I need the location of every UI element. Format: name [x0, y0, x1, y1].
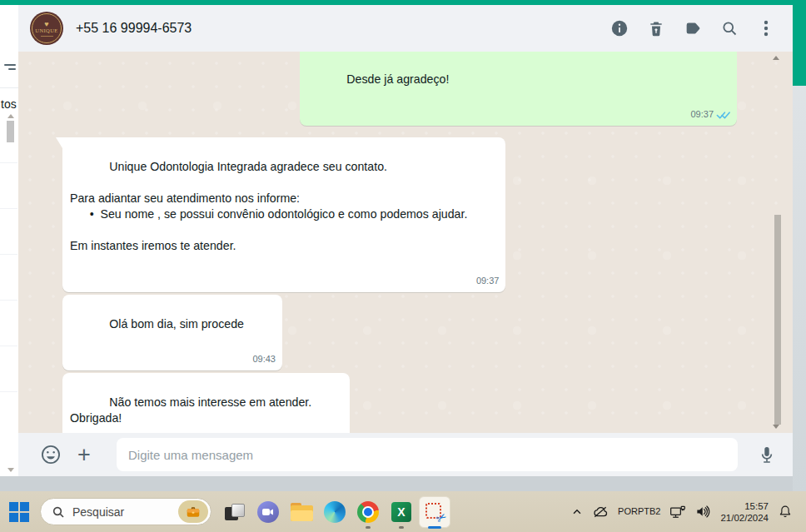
language-indicator[interactable]: POR PTB2 — [618, 506, 660, 517]
outgoing-message[interactable]: Desde já agradeço! 09:37 — [300, 52, 737, 126]
divider — [0, 391, 17, 392]
contact-list-partial-text: tos — [1, 97, 17, 111]
kebab-menu-icon[interactable] — [756, 18, 776, 38]
chat-scrollbar-thumb[interactable] — [774, 215, 781, 425]
top-green-bar — [0, 0, 806, 5]
message-row: Não temos mais interesse em atender. Obr… — [62, 373, 737, 433]
message-text: Olá bom dia, sim procede — [109, 317, 244, 331]
contact-phone-title[interactable]: +55 16 99994-6573 — [76, 21, 609, 36]
background-green-strip — [793, 0, 806, 86]
notification-bell-icon[interactable] — [778, 504, 793, 520]
system-tray: POR PTB2 15:57 21/02/2024 — [571, 500, 798, 524]
message-time: 09:37 — [476, 273, 500, 289]
excel-icon[interactable]: X — [385, 494, 418, 530]
message-text: Unique Odontologia Integrada agradece se… — [70, 160, 467, 252]
message-row: Desde já agradeço! 09:37 — [62, 52, 737, 126]
divider — [0, 208, 17, 209]
taskbar-apps: X ✂ — [218, 494, 451, 530]
incoming-message[interactable]: Unique Odontologia Integrada agradece se… — [62, 137, 505, 292]
tray-chevron-up-icon[interactable] — [571, 506, 583, 518]
windows-start-icon[interactable] — [8, 501, 30, 523]
volume-icon[interactable] — [695, 505, 711, 519]
label-icon[interactable] — [683, 18, 703, 38]
search-placeholder: Pesquisar — [72, 505, 171, 519]
teams-chat-icon[interactable] — [251, 494, 285, 530]
incoming-message[interactable]: Olá bom dia, sim procede 09:43 — [62, 295, 282, 370]
chat-scroll-up-arrow[interactable] — [773, 56, 779, 60]
message-text: Não temos mais interesse em atender. Obr… — [70, 395, 311, 425]
composer-bar: + — [18, 433, 793, 476]
chat-scroll-down-arrow[interactable] — [773, 425, 779, 429]
search-icon[interactable] — [719, 18, 739, 38]
avatar-heart-logo: ♥ — [44, 21, 48, 27]
clock[interactable]: 15:57 21/02/2024 — [720, 500, 769, 524]
scroll-down-arrow[interactable] — [7, 468, 14, 472]
message-time: 09:37 — [690, 107, 714, 122]
briefcase-icon — [186, 505, 201, 519]
divider — [0, 254, 17, 255]
emoji-icon[interactable] — [37, 440, 65, 469]
message-input[interactable] — [117, 438, 738, 471]
tray-date: 21/02/2024 — [720, 513, 769, 523]
taskbar-search[interactable]: Pesquisar — [40, 498, 211, 525]
divider — [0, 87, 18, 88]
message-list[interactable]: Desde já agradeço! 09:37 Unique Odontolo… — [18, 52, 793, 433]
microphone-icon[interactable] — [753, 440, 781, 469]
header-actions — [609, 18, 776, 38]
search-icon — [52, 505, 65, 519]
language-line2: PTB2 — [638, 506, 661, 517]
search-highlight-badge — [178, 500, 208, 523]
chat-header: ♥ UNIQUE +55 16 99994-6573 — [18, 5, 793, 52]
message-row: Unique Odontologia Integrada agradece se… — [62, 137, 737, 292]
contact-list-sliver: tos — [0, 5, 19, 476]
chat-window: ♥ UNIQUE +55 16 99994-6573 — [18, 5, 793, 476]
onedrive-paused-icon[interactable] — [592, 505, 609, 519]
avatar-brand-text: UNIQUE — [35, 27, 57, 34]
divider — [0, 162, 17, 163]
incoming-message[interactable]: Não temos mais interesse em atender. Obr… — [62, 373, 350, 433]
messages: Desde já agradeço! 09:37 Unique Odontolo… — [18, 52, 793, 433]
network-icon[interactable] — [669, 505, 686, 520]
filter-icon[interactable] — [4, 64, 16, 72]
window-bottom-edge — [0, 476, 806, 491]
info-icon[interactable] — [609, 18, 629, 38]
message-text: Desde já agradeço! — [346, 72, 449, 86]
edge-icon[interactable] — [318, 494, 351, 530]
tray-time: 15:57 — [744, 501, 769, 511]
screen: tos ♥ UNIQUE +55 16 99994-6573 — [0, 0, 806, 532]
avatar-subline — [41, 36, 53, 37]
attach-plus-icon[interactable]: + — [70, 440, 98, 469]
message-time: 09:43 — [252, 351, 276, 367]
read-ticks-icon — [716, 111, 730, 120]
message-row: Olá bom dia, sim procede 09:43 — [62, 295, 737, 370]
divider — [0, 300, 17, 301]
task-view-icon[interactable] — [218, 494, 251, 530]
snipping-tool-icon[interactable]: ✂ — [418, 494, 451, 530]
file-explorer-icon[interactable] — [285, 494, 318, 530]
contact-list-scrollbar-thumb[interactable] — [7, 121, 14, 142]
windows-taskbar: Pesquisar X ✂ — [0, 491, 806, 532]
trash-icon[interactable] — [646, 18, 666, 38]
divider — [0, 346, 17, 346]
chrome-icon[interactable] — [351, 494, 385, 530]
contact-avatar[interactable]: ♥ UNIQUE — [30, 12, 63, 45]
scroll-up-arrow[interactable] — [7, 114, 14, 118]
language-line1: POR — [618, 506, 638, 517]
